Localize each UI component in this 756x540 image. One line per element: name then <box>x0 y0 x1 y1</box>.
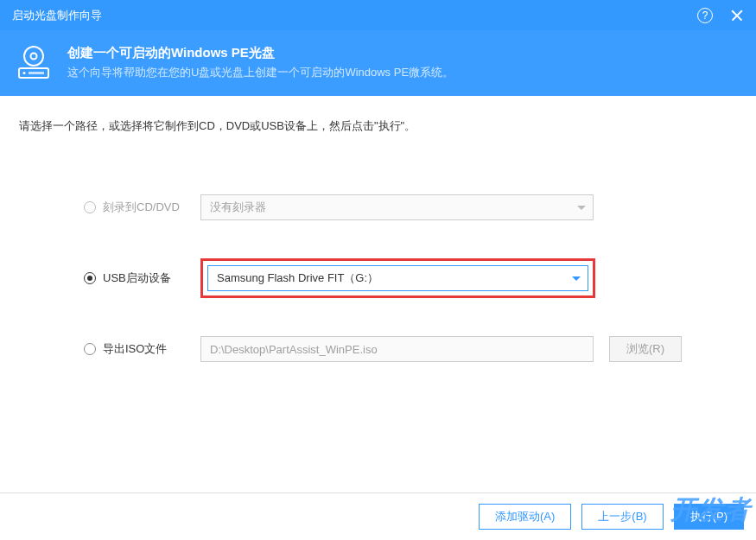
radio-label-cd: 刻录到CD/DVD <box>103 200 180 215</box>
disc-drive-icon <box>16 44 52 80</box>
radio-iso[interactable]: 导出ISO文件 <box>84 341 200 357</box>
window-title: 启动光盘制作向导 <box>12 8 102 23</box>
radio-cd-dvd[interactable]: 刻录到CD/DVD <box>84 200 200 215</box>
iso-path-input <box>200 336 594 362</box>
svg-point-1 <box>31 54 37 60</box>
cd-burner-select: 没有刻录器 <box>200 194 594 220</box>
options-group: 刻录到CD/DVD 没有刻录器 USB启动设备 Samsung Flash Dr… <box>19 194 737 362</box>
wizard-footer: 添加驱动(A) 上一步(B) 执行(P) <box>0 492 756 540</box>
svg-point-0 <box>24 47 43 66</box>
radio-usb[interactable]: USB启动设备 <box>84 270 200 286</box>
browse-button: 浏览(R) <box>609 336 682 362</box>
radio-icon <box>84 272 96 284</box>
usb-device-select[interactable]: Samsung Flash Drive FIT（G:） <box>207 265 588 291</box>
content-area: 请选择一个路径，或选择将它制作到CD，DVD或USB设备上，然后点击"执行"。 … <box>0 96 756 362</box>
radio-icon <box>84 201 96 213</box>
header-text: 创建一个可启动的Windows PE光盘 这个向导将帮助您在您的U盘或光盘上创建… <box>67 45 454 80</box>
wizard-header: 创建一个可启动的Windows PE光盘 这个向导将帮助您在您的U盘或光盘上创建… <box>0 30 756 96</box>
header-title: 创建一个可启动的Windows PE光盘 <box>67 45 454 61</box>
help-icon[interactable]: ? <box>697 8 713 23</box>
instruction-text: 请选择一个路径，或选择将它制作到CD，DVD或USB设备上，然后点击"执行"。 <box>19 118 737 134</box>
cd-burner-value: 没有刻录器 <box>210 200 266 215</box>
titlebar: 启动光盘制作向导 ? <box>0 0 756 30</box>
option-usb: USB启动设备 Samsung Flash Drive FIT（G:） <box>84 258 737 298</box>
radio-icon <box>84 343 96 355</box>
radio-label-iso: 导出ISO文件 <box>103 341 167 357</box>
usb-device-value: Samsung Flash Drive FIT（G:） <box>217 270 378 286</box>
chevron-down-icon <box>577 206 586 210</box>
option-iso: 导出ISO文件 浏览(R) <box>84 336 737 362</box>
execute-button[interactable]: 执行(P) <box>674 504 744 530</box>
header-subtitle: 这个向导将帮助您在您的U盘或光盘上创建一个可启动的Windows PE微系统。 <box>67 65 454 80</box>
add-driver-button[interactable]: 添加驱动(A) <box>479 504 571 530</box>
option-cd-dvd: 刻录到CD/DVD 没有刻录器 <box>84 194 737 220</box>
titlebar-controls: ? <box>697 3 749 28</box>
close-icon[interactable] <box>725 3 749 28</box>
svg-point-3 <box>23 72 26 74</box>
usb-highlight-box: Samsung Flash Drive FIT（G:） <box>200 258 595 298</box>
back-button[interactable]: 上一步(B) <box>581 504 663 530</box>
svg-rect-4 <box>29 72 44 74</box>
radio-label-usb: USB启动设备 <box>103 270 171 286</box>
chevron-down-icon <box>572 276 581 281</box>
